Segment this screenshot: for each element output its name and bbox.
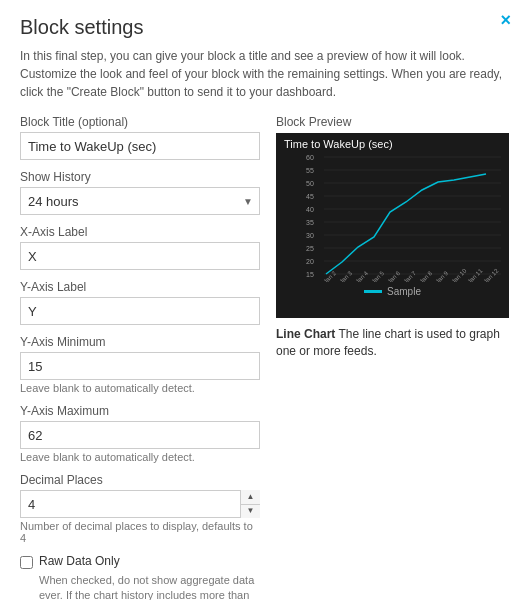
chart-description: Line Chart The line chart is used to gra… — [276, 326, 509, 360]
y-axis-label-label: Y-Axis Label — [20, 280, 260, 294]
svg-text:Jan 8: Jan 8 — [418, 270, 433, 282]
chart-legend: Sample — [276, 282, 509, 301]
y-axis-min-group: Y-Axis Minimum Leave blank to automatica… — [20, 335, 260, 394]
y-axis-min-input[interactable] — [20, 352, 260, 380]
chart-svg: 60 55 50 45 40 35 30 25 20 15 — [306, 152, 501, 282]
content-row: Block Title (optional) Show History 24 h… — [20, 115, 505, 600]
left-column: Block Title (optional) Show History 24 h… — [20, 115, 260, 600]
svg-text:Jan 10: Jan 10 — [450, 267, 467, 282]
chart-container: Time to WakeUp (sec) 60 55 50 45 40 35 3… — [276, 133, 509, 318]
raw-data-label: Raw Data Only — [39, 554, 120, 568]
svg-text:60: 60 — [306, 154, 314, 161]
spinner-up-button[interactable]: ▲ — [241, 490, 260, 505]
raw-data-hint: When checked, do not show aggregate data… — [39, 573, 260, 600]
legend-label: Sample — [387, 286, 421, 297]
block-title-input[interactable] — [20, 132, 260, 160]
legend-color-swatch — [364, 290, 382, 293]
modal-title: Block settings — [20, 16, 505, 39]
decimal-places-group: Decimal Places ▲ ▼ Number of decimal pla… — [20, 473, 260, 544]
svg-text:Jan 11: Jan 11 — [466, 267, 483, 282]
svg-text:Jan 5: Jan 5 — [370, 270, 385, 282]
decimal-places-input[interactable] — [20, 490, 260, 518]
decimal-places-spinner: ▲ ▼ — [240, 490, 260, 518]
preview-label: Block Preview — [276, 115, 509, 129]
block-title-label: Block Title (optional) — [20, 115, 260, 129]
y-axis-label-input[interactable] — [20, 297, 260, 325]
show-history-label: Show History — [20, 170, 260, 184]
x-axis-group: X-Axis Label — [20, 225, 260, 270]
y-axis-max-group: Y-Axis Maximum Leave blank to automatica… — [20, 404, 260, 463]
svg-text:Jan 12: Jan 12 — [482, 267, 499, 282]
decimal-places-wrapper: ▲ ▼ — [20, 490, 260, 518]
y-axis-min-label: Y-Axis Minimum — [20, 335, 260, 349]
show-history-wrapper: 24 hours ▼ — [20, 187, 260, 215]
svg-text:Jan 9: Jan 9 — [434, 270, 449, 282]
right-column: Block Preview Time to WakeUp (sec) 60 55… — [276, 115, 509, 600]
x-axis-input[interactable] — [20, 242, 260, 270]
chart-type-label: Line Chart — [276, 327, 335, 341]
svg-text:Jan 3: Jan 3 — [338, 270, 353, 282]
block-title-group: Block Title (optional) — [20, 115, 260, 160]
y-axis-max-label: Y-Axis Maximum — [20, 404, 260, 418]
block-settings-modal: × Block settings In this final step, you… — [0, 0, 525, 600]
chart-title: Time to WakeUp (sec) — [276, 133, 509, 152]
x-axis-label: X-Axis Label — [20, 225, 260, 239]
svg-text:50: 50 — [306, 180, 314, 187]
svg-text:Jan 6: Jan 6 — [386, 270, 401, 282]
show-history-group: Show History 24 hours ▼ — [20, 170, 260, 215]
chart-inner: 60 55 50 45 40 35 30 25 20 15 — [276, 152, 509, 282]
svg-text:55: 55 — [306, 167, 314, 174]
raw-data-row: Raw Data Only — [20, 554, 260, 569]
y-axis-min-hint: Leave blank to automatically detect. — [20, 382, 260, 394]
svg-text:15: 15 — [306, 271, 314, 278]
decimal-places-label: Decimal Places — [20, 473, 260, 487]
svg-text:20: 20 — [306, 258, 314, 265]
svg-text:45: 45 — [306, 193, 314, 200]
svg-text:Jan 4: Jan 4 — [354, 270, 369, 282]
decimal-places-hint: Number of decimal places to display, def… — [20, 520, 260, 544]
y-axis-label-group: Y-Axis Label — [20, 280, 260, 325]
y-axis-max-input[interactable] — [20, 421, 260, 449]
y-axis-max-hint: Leave blank to automatically detect. — [20, 451, 260, 463]
close-button[interactable]: × — [500, 10, 511, 31]
svg-text:25: 25 — [306, 245, 314, 252]
show-history-select[interactable]: 24 hours — [20, 187, 260, 215]
raw-data-checkbox[interactable] — [20, 556, 33, 569]
intro-text: In this final step, you can give your bl… — [20, 47, 505, 101]
svg-text:35: 35 — [306, 219, 314, 226]
svg-text:40: 40 — [306, 206, 314, 213]
spinner-down-button[interactable]: ▼ — [241, 505, 260, 519]
svg-text:30: 30 — [306, 232, 314, 239]
svg-text:Jan 7: Jan 7 — [402, 270, 417, 282]
